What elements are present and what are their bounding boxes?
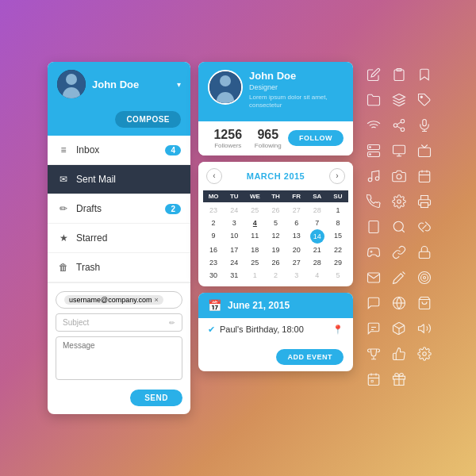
nav-item-sent[interactable]: ✉ Sent Mail bbox=[48, 165, 190, 194]
cal-day[interactable]: 5 bbox=[328, 269, 348, 282]
cal-day[interactable]: 25 bbox=[244, 204, 265, 217]
chevron-down-icon[interactable]: ▾ bbox=[177, 80, 181, 89]
cal-day[interactable]: 31 bbox=[224, 269, 244, 282]
megaphone-icon[interactable] bbox=[416, 320, 433, 337]
cal-day[interactable]: 27 bbox=[286, 204, 307, 217]
cal-day[interactable]: 8 bbox=[328, 217, 348, 229]
email-tag-input[interactable]: username@company.com × bbox=[56, 291, 182, 309]
cal-day[interactable]: 27 bbox=[286, 256, 307, 269]
add-event-button[interactable]: ADD EVENT bbox=[276, 349, 344, 365]
tag-icon[interactable] bbox=[416, 91, 433, 109]
cal-day[interactable]: 30 bbox=[203, 269, 224, 282]
subject-field[interactable]: Subject ✏ bbox=[56, 313, 182, 332]
monitor-icon[interactable] bbox=[390, 142, 408, 159]
lock-icon[interactable] bbox=[416, 244, 433, 261]
cal-day[interactable]: 25 bbox=[244, 256, 265, 269]
cal-day[interactable]: 2 bbox=[265, 269, 286, 282]
cal-day[interactable]: 29 bbox=[328, 256, 348, 269]
pencil-icon[interactable] bbox=[390, 269, 408, 286]
edit-icon[interactable] bbox=[365, 66, 382, 83]
gift-icon[interactable] bbox=[390, 370, 408, 388]
chat-icon[interactable] bbox=[365, 320, 382, 337]
cal-day[interactable]: 26 bbox=[265, 256, 286, 269]
cal-day[interactable]: 3 bbox=[286, 269, 307, 282]
cal-day[interactable]: 2 bbox=[203, 217, 224, 229]
prev-month-button[interactable]: ‹ bbox=[206, 168, 222, 184]
calendar-small-icon[interactable] bbox=[416, 167, 433, 185]
followers-label: Followers bbox=[208, 142, 248, 149]
nav-item-trash[interactable]: 🗑 Trash bbox=[48, 253, 190, 282]
mic-icon[interactable] bbox=[416, 117, 433, 134]
follow-button[interactable]: FOLLOW bbox=[288, 130, 344, 146]
thumbsup-icon[interactable] bbox=[390, 345, 408, 363]
cal-day[interactable]: 21 bbox=[307, 244, 328, 256]
cal-day[interactable]: 28 bbox=[307, 204, 328, 217]
nav-item-drafts[interactable]: ✏ Drafts 2 bbox=[48, 194, 190, 224]
calendar2-icon[interactable] bbox=[365, 370, 382, 388]
trophy-icon[interactable] bbox=[365, 345, 382, 363]
search-icon[interactable] bbox=[390, 218, 408, 236]
message-field[interactable] bbox=[56, 336, 182, 380]
music-icon[interactable] bbox=[365, 167, 382, 185]
next-month-button[interactable]: › bbox=[329, 168, 345, 184]
share-icon[interactable] bbox=[390, 117, 408, 134]
cal-day[interactable]: 11 bbox=[244, 229, 265, 244]
settings-icon[interactable] bbox=[390, 193, 408, 210]
cal-day[interactable]: 1 bbox=[244, 269, 265, 282]
cog2-icon[interactable] bbox=[416, 345, 433, 363]
cal-day[interactable]: 18 bbox=[244, 244, 265, 256]
cal-day[interactable]: 23 bbox=[203, 204, 224, 217]
mail-icon[interactable] bbox=[365, 269, 382, 286]
shopping-bag-icon[interactable] bbox=[416, 294, 433, 312]
cal-day[interactable]: 17 bbox=[224, 244, 244, 256]
gamepad-icon[interactable] bbox=[365, 244, 382, 261]
cal-day[interactable]: 9 bbox=[203, 229, 224, 244]
folder-icon[interactable] bbox=[365, 91, 382, 109]
clipboard-icon[interactable] bbox=[390, 66, 408, 83]
send-button[interactable]: SEND bbox=[130, 390, 182, 406]
message-icon[interactable] bbox=[365, 294, 382, 312]
cal-day[interactable]: 4 bbox=[307, 269, 328, 282]
cal-day[interactable]: 13 bbox=[286, 229, 307, 244]
cal-day[interactable]: 28 bbox=[307, 256, 328, 269]
cal-day[interactable]: 24 bbox=[224, 256, 244, 269]
cal-day[interactable]: 7 bbox=[307, 217, 328, 229]
tv-icon[interactable] bbox=[416, 142, 433, 159]
cal-day-today[interactable]: 14 bbox=[310, 229, 324, 244]
cal-day[interactable]: 1 bbox=[328, 204, 348, 217]
server-icon[interactable] bbox=[365, 142, 382, 159]
cal-day[interactable]: 6 bbox=[286, 217, 307, 229]
remove-tag-button[interactable]: × bbox=[155, 296, 159, 304]
cal-day[interactable]: 20 bbox=[286, 244, 307, 256]
cal-day[interactable]: 12 bbox=[265, 229, 286, 244]
pill-icon[interactable] bbox=[416, 218, 433, 236]
wifi-icon[interactable] bbox=[365, 117, 382, 134]
tablet-icon[interactable] bbox=[365, 218, 382, 236]
cal-day[interactable]: 22 bbox=[328, 244, 348, 256]
globe-icon[interactable] bbox=[390, 294, 408, 312]
cal-day[interactable]: 4 bbox=[244, 217, 265, 229]
nav-item-starred[interactable]: ★ Starred bbox=[48, 224, 190, 253]
cal-day[interactable]: 26 bbox=[265, 204, 286, 217]
cal-day[interactable]: 24 bbox=[224, 204, 244, 217]
cal-day[interactable]: 10 bbox=[224, 229, 244, 244]
box-icon[interactable] bbox=[390, 320, 408, 337]
bookmark-icon[interactable] bbox=[416, 66, 433, 83]
event-header: 📅 June 21, 2015 bbox=[198, 293, 353, 318]
svg-rect-8 bbox=[423, 120, 427, 126]
link-icon[interactable] bbox=[390, 244, 408, 261]
cal-day[interactable]: 15 bbox=[328, 229, 348, 244]
camera-icon[interactable] bbox=[390, 167, 408, 185]
cal-day[interactable]: 23 bbox=[203, 256, 224, 269]
compose-button[interactable]: COMPOSE bbox=[115, 111, 181, 128]
phone-icon[interactable] bbox=[365, 193, 382, 210]
printer-icon[interactable] bbox=[416, 193, 433, 210]
cal-day[interactable]: 16 bbox=[203, 244, 224, 256]
stack-icon[interactable] bbox=[390, 91, 408, 109]
svg-point-28 bbox=[393, 221, 403, 231]
cal-day[interactable]: 5 bbox=[265, 217, 286, 229]
cal-day[interactable]: 3 bbox=[224, 217, 244, 229]
cal-day[interactable]: 19 bbox=[265, 244, 286, 256]
target-icon[interactable] bbox=[416, 269, 433, 286]
nav-item-inbox[interactable]: ≡ Inbox 4 bbox=[48, 136, 190, 165]
